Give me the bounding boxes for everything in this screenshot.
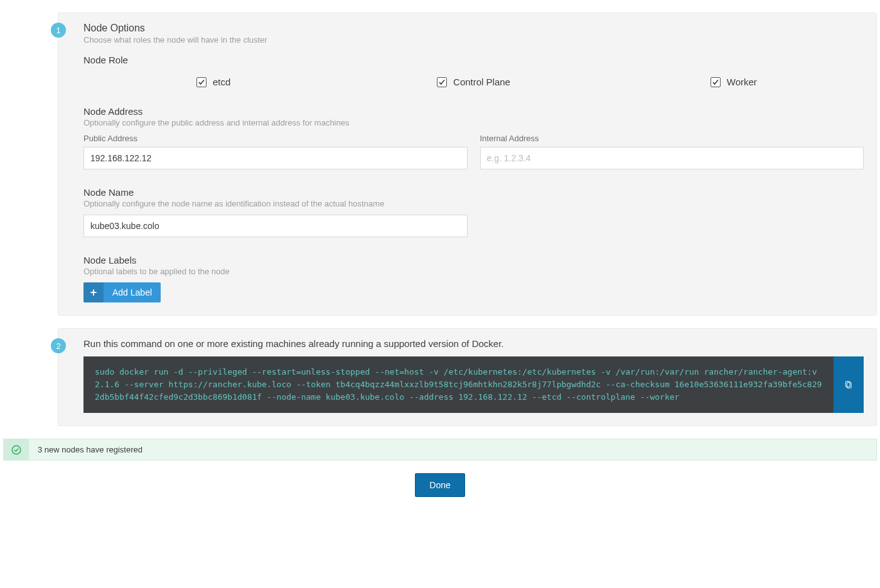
internal-address-label: Internal Address (480, 134, 864, 143)
node-name-input[interactable] (83, 215, 468, 237)
add-label-text: Add Label (104, 287, 161, 297)
etcd-checkbox[interactable]: etcd (196, 77, 230, 87)
node-role-row: etcd Control Plane Worker (83, 77, 864, 87)
etcd-label: etcd (213, 77, 230, 87)
success-icon (4, 439, 29, 460)
control-plane-checkbox[interactable]: Control Plane (437, 77, 510, 87)
node-name-subtitle: Optionally configure the node name as id… (83, 199, 864, 208)
worker-checkbox[interactable]: Worker (711, 77, 757, 87)
node-address-heading: Node Address (83, 106, 864, 117)
plus-icon: + (83, 282, 104, 302)
svg-rect-0 (847, 383, 851, 388)
worker-label: Worker (727, 77, 757, 87)
run-command-text: Run this command on one or more existing… (83, 338, 864, 349)
control-plane-label: Control Plane (453, 77, 510, 87)
clipboard-icon (844, 380, 854, 390)
node-labels-heading: Node Labels (83, 255, 864, 265)
banner-text: 3 new nodes have registered (29, 439, 151, 460)
status-banner: 3 new nodes have registered (3, 439, 877, 461)
svg-rect-1 (845, 382, 850, 387)
svg-point-2 (12, 446, 21, 454)
node-name-row (83, 215, 864, 237)
checkbox-icon (196, 77, 207, 87)
node-options-title: Node Options (83, 23, 864, 34)
node-role-heading: Node Role (83, 55, 864, 65)
done-button[interactable]: Done (415, 473, 464, 497)
node-name-heading: Node Name (83, 187, 864, 198)
node-labels-subtitle: Optional labels to be applied to the nod… (83, 267, 864, 276)
checkbox-icon (711, 77, 721, 87)
public-address-input[interactable] (83, 147, 468, 169)
node-address-subtitle: Optionally configure the public address … (83, 118, 864, 127)
run-command-section: 2 Run this command on one or more existi… (58, 328, 877, 426)
command-code: sudo docker run -d --privileged --restar… (83, 356, 834, 413)
command-row: sudo docker run -d --privileged --restar… (83, 356, 864, 413)
public-address-label: Public Address (83, 134, 468, 143)
step-badge-1: 1 (51, 23, 66, 38)
node-options-section: 1 Node Options Choose what roles the nod… (58, 13, 877, 316)
address-fields-row: Public Address Internal Address (83, 134, 864, 169)
node-options-subtitle: Choose what roles the node will have in … (83, 35, 864, 45)
add-label-button[interactable]: + Add Label (83, 282, 161, 302)
checkbox-icon (437, 77, 447, 87)
internal-address-input[interactable] (480, 147, 864, 169)
copy-button[interactable] (834, 356, 864, 413)
step-badge-2: 2 (51, 338, 66, 353)
